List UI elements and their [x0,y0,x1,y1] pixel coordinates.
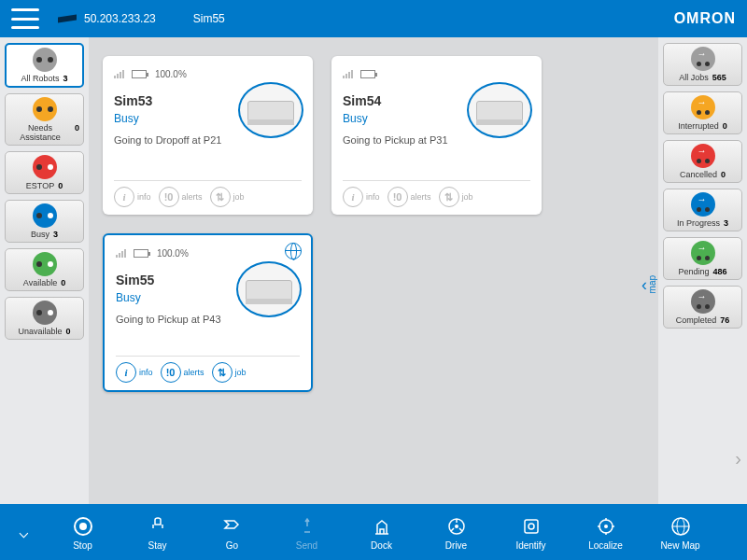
filter-count: 3 [724,218,728,228]
job-filter-interrupted[interactable]: Interrupted 0 [663,91,742,134]
stay-button[interactable]: Stay [132,514,183,551]
robot-status-icon [33,97,57,121]
dock-icon [370,514,394,539]
map-tab[interactable]: ‹ map [641,261,658,308]
filter-label: In Progress [677,218,720,228]
filter-count: 486 [713,267,727,276]
filter-label: Busy [31,230,49,239]
filter-label: Available [23,278,57,287]
battery-icon [360,70,375,78]
bottom-bar: ⌵ StopStayGoSendDockDriveIdentifyLocaliz… [0,504,747,560]
top-bar: 50.203.233.23 Sim55 OMRON [0,0,747,37]
button-label: Send [296,540,317,551]
filter-label: Pending [678,267,709,276]
globe-icon[interactable] [285,243,302,259]
button-label: Go [226,540,238,551]
job-filter-all-jobs[interactable]: All Jobs 565 [663,43,742,86]
ip-address: 50.203.233.23 [84,12,156,25]
filter-label: Unavailable [18,327,62,336]
card-footer: iinfo !0alerts ⇅job [343,180,530,207]
alerts-button[interactable]: !0alerts [388,187,431,207]
button-label: Stay [148,540,166,551]
card-header [343,65,530,82]
expand-icon[interactable]: ⌵ [19,522,29,542]
robot-status-icon [33,48,57,72]
stop-icon [71,514,95,539]
info-button[interactable]: iinfo [343,187,380,207]
stay-icon [146,514,170,539]
filter-label: All Jobs [679,73,709,82]
main-area: 100.0% Sim53 Busy Going to Dropoff at P2… [89,37,658,504]
alerts-button[interactable]: !0alerts [161,362,204,383]
job-status-icon [691,47,715,71]
svg-point-7 [604,525,608,528]
job-button[interactable]: ⇅job [439,187,473,207]
filter-count: 0 [61,278,65,287]
robot-filter-needs-assistance[interactable]: Needs Assistance 0 [5,93,84,146]
dock-button[interactable]: Dock [356,514,407,551]
filter-label: Completed [676,315,717,325]
job-filter-pending[interactable]: Pending 486 [663,237,742,280]
alerts-button[interactable]: !0alerts [159,187,203,207]
drive-button[interactable]: Drive [430,514,482,551]
button-label: Identify [515,540,545,551]
robot-filter-unavailable[interactable]: Unavailable 0 [5,297,84,340]
info-button[interactable]: iinfo [114,187,151,207]
filter-label: All Robots [21,74,59,83]
filter-count: 76 [720,315,729,325]
go-icon [220,514,245,539]
job-status-icon [691,241,715,265]
job-button[interactable]: ⇅job [212,362,247,383]
job-filter-in-progress[interactable]: In Progress 3 [663,189,742,231]
right-sidebar: All Jobs 565Interrupted 0Cancelled 0In P… [658,37,747,504]
localize-icon [594,514,618,539]
svg-point-1 [79,523,87,530]
button-label: Dock [371,540,392,551]
robot-image [236,261,302,317]
send-button[interactable]: Send [281,514,332,551]
battery-icon [134,249,148,258]
battery-pct: 100.0% [157,248,189,259]
filter-count: 565 [712,73,726,82]
robot-card[interactable]: Sim54 Busy Going to Pickup at P31 iinfo … [331,56,542,215]
filter-count: 0 [66,327,71,336]
chevron-right-icon[interactable]: › [735,448,741,469]
filter-count: 0 [58,181,63,190]
button-label: Stop [73,540,92,551]
robot-card[interactable]: 100.0% Sim55 Busy Going to Pickup at P43… [103,233,313,392]
card-header: 100.0% [114,65,302,82]
identify-button[interactable]: Identify [505,514,557,551]
robot-image [238,82,303,138]
new-map-icon [669,514,693,539]
button-label: Drive [445,540,467,551]
info-button[interactable]: iinfo [116,362,153,383]
robot-filter-all-robots[interactable]: All Robots 3 [5,43,84,88]
job-status-icon [691,192,715,217]
svg-point-3 [455,525,458,528]
battery-icon [132,70,147,78]
robot-filter-busy[interactable]: Busy 3 [5,200,84,243]
localize-button[interactable]: Localize [580,514,631,551]
robot-status-icon [33,203,57,228]
filter-count: 3 [53,230,58,239]
brand-logo: OMRON [674,10,736,27]
battery-pct: 100.0% [155,69,187,79]
robot-card[interactable]: 100.0% Sim53 Busy Going to Dropoff at P2… [103,56,313,215]
stop-button[interactable]: Stop [57,514,108,551]
job-status-icon [691,95,715,119]
new-map-button[interactable]: New Map [655,514,706,551]
cap-icon [58,13,77,24]
menu-icon[interactable] [11,8,39,29]
card-header: 100.0% [116,245,300,261]
identify-icon [519,514,543,539]
job-filter-completed[interactable]: Completed 76 [663,286,742,329]
job-filter-cancelled[interactable]: Cancelled 0 [663,140,742,183]
left-sidebar: All Robots 3Needs Assistance 0ESTOP 0Bus… [0,37,89,504]
robot-filter-available[interactable]: Available 0 [5,248,84,291]
robot-status-icon [33,252,57,276]
job-button[interactable]: ⇅job [210,187,245,207]
go-button[interactable]: Go [206,514,258,551]
robot-filter-estop[interactable]: ESTOP 0 [5,151,84,194]
filter-count: 0 [723,121,727,131]
signal-icon [114,69,124,78]
